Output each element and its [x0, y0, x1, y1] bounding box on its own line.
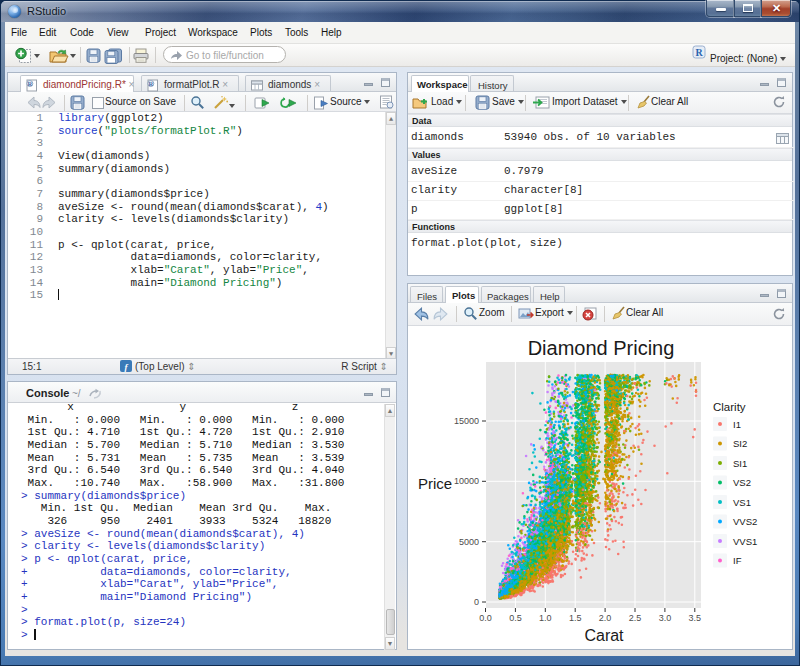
svg-text:0.5: 0.5	[509, 613, 522, 623]
svg-text:0.0: 0.0	[479, 613, 492, 623]
svg-text:VVS2: VVS2	[733, 516, 757, 527]
svg-text:I1: I1	[733, 419, 741, 430]
svg-text:IF: IF	[733, 555, 742, 566]
svg-text:2.5: 2.5	[629, 613, 642, 623]
svg-text:R: R	[695, 47, 703, 58]
svg-text:SI1: SI1	[733, 458, 747, 469]
svg-text:15000: 15000	[454, 416, 479, 426]
svg-text:10000: 10000	[454, 476, 479, 486]
svg-text:5000: 5000	[459, 537, 479, 547]
svg-text:1.0: 1.0	[539, 613, 552, 623]
svg-text:Carat: Carat	[584, 627, 624, 644]
svg-text:Diamond Pricing: Diamond Pricing	[528, 337, 675, 359]
svg-text:VS1: VS1	[733, 497, 751, 508]
svg-text:3.0: 3.0	[659, 613, 672, 623]
svg-text:2.0: 2.0	[599, 613, 612, 623]
svg-text:0: 0	[474, 597, 479, 607]
svg-text:Clarity: Clarity	[713, 401, 746, 413]
svg-text:VS2: VS2	[733, 477, 751, 488]
svg-text:SI2: SI2	[733, 438, 747, 449]
svg-text:R: R	[148, 80, 153, 87]
svg-text:Price: Price	[418, 475, 452, 492]
svg-text:3.5: 3.5	[689, 613, 702, 623]
svg-text:R: R	[27, 80, 32, 87]
svg-text:VVS1: VVS1	[733, 536, 757, 547]
svg-text:1.5: 1.5	[569, 613, 582, 623]
